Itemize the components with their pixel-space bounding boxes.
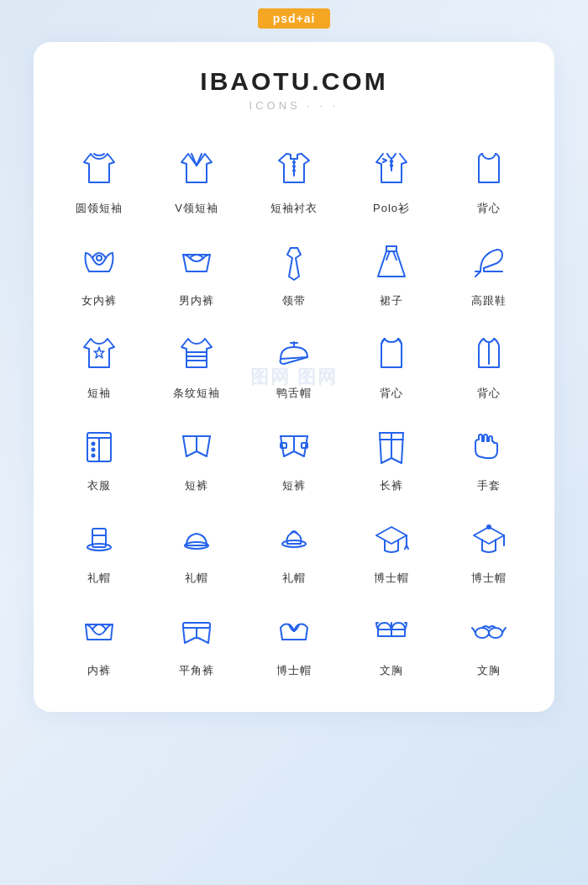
v-collar-tshirt-icon <box>171 144 222 194</box>
bowler-hat-icon <box>171 514 222 564</box>
icon-label: 长裤 <box>380 478 403 493</box>
grad-hat2-icon <box>464 514 514 564</box>
svg-marker-35 <box>376 527 407 544</box>
button-shirt-icon <box>74 421 124 471</box>
icon-item: 博士帽 <box>440 502 538 594</box>
icon-label: V领短袖 <box>175 201 218 216</box>
icon-item: 礼帽 <box>245 502 343 594</box>
icon-label: 礼帽 <box>87 571 111 586</box>
bikini-bottom-icon <box>269 606 319 656</box>
bra2-icon <box>464 606 514 656</box>
icon-label: 高跟鞋 <box>471 293 507 308</box>
icon-item: 男内裤 <box>148 224 245 317</box>
vest-icon <box>464 144 514 194</box>
icon-item: 短袖 <box>50 317 148 409</box>
svg-point-48 <box>489 628 502 638</box>
icon-label: 领带 <box>282 293 306 308</box>
icon-item: 条纹短袖 <box>148 317 245 409</box>
svg-line-38 <box>407 545 408 549</box>
icon-label: 博士帽 <box>374 571 409 586</box>
icon-label: 内裤 <box>87 663 111 678</box>
icon-label: 平角裤 <box>179 663 214 678</box>
icon-item: 礼帽 <box>50 502 148 594</box>
fedora-hat-icon <box>269 514 319 564</box>
svg-point-19 <box>92 449 95 451</box>
svg-point-20 <box>92 455 95 457</box>
icon-item: 背心 <box>343 317 440 409</box>
skirt-icon <box>366 236 417 287</box>
icon-item: 长裤 <box>343 409 440 502</box>
tank-top2-icon <box>464 329 514 379</box>
icon-item: 短袖衬衣 <box>245 132 343 224</box>
icon-item: 博士帽 <box>245 594 343 687</box>
icon-label: 圆领短袖 <box>76 201 123 216</box>
svg-point-6 <box>391 165 392 166</box>
icon-item: 高跟鞋 <box>440 224 538 317</box>
format-badge: psd+ai <box>258 8 331 29</box>
icon-item: 背心 <box>440 132 538 224</box>
boxers-icon <box>171 606 222 656</box>
icon-label: 手套 <box>477 478 501 493</box>
icon-item: 衣服 <box>50 409 148 502</box>
icon-item: 领带 <box>245 224 343 317</box>
icon-item: 手套 <box>440 409 538 502</box>
icon-label: 短裤 <box>282 478 306 493</box>
icon-label: 条纹短袖 <box>173 386 220 401</box>
icon-label: Polo衫 <box>373 201 410 216</box>
icon-label: 裙子 <box>380 293 403 308</box>
svg-marker-10 <box>94 347 104 358</box>
icon-item: 鸭舌帽 <box>245 317 343 409</box>
icon-item: 圆领短袖 <box>50 132 148 224</box>
icon-label: 礼帽 <box>185 571 208 586</box>
trousers-icon <box>366 421 417 471</box>
polo-shirt-icon <box>366 144 417 194</box>
icon-item: 裙子 <box>343 224 440 317</box>
cap-icon <box>269 329 319 379</box>
icon-label: 女内裤 <box>81 293 117 308</box>
svg-point-40 <box>487 525 491 529</box>
icon-item: 文胸 <box>343 594 440 687</box>
icon-label: 背心 <box>380 386 403 401</box>
shorts2-icon <box>269 421 319 471</box>
heels-icon <box>464 236 514 287</box>
icon-item: 短裤 <box>148 409 245 502</box>
icon-item: 平角裤 <box>148 594 245 687</box>
round-collar-tshirt-icon <box>74 144 124 194</box>
star-tshirt-icon <box>74 329 124 379</box>
tank-top1-icon <box>366 329 417 379</box>
grad-hat1-icon <box>366 514 417 564</box>
bra1-icon <box>366 606 417 656</box>
icon-label: 文胸 <box>477 663 501 678</box>
icon-label: 文胸 <box>380 663 403 678</box>
icons-grid: 圆领短袖 V领短袖 短袖衬衣 Polo衫 背心 <box>50 132 538 687</box>
svg-point-3 <box>293 170 295 171</box>
male-underwear-icon <box>171 236 222 287</box>
icon-label: 礼帽 <box>282 571 306 586</box>
tie-icon <box>269 236 319 287</box>
svg-rect-9 <box>386 246 396 251</box>
icon-item: 女内裤 <box>50 224 148 317</box>
icon-label: 博士帽 <box>471 571 507 586</box>
shorts1-icon <box>171 421 222 471</box>
icon-item: 背心 <box>440 317 538 409</box>
shirt-icon <box>269 144 319 194</box>
female-underwear-icon <box>74 236 124 287</box>
icon-item: Polo衫 <box>343 132 440 224</box>
icon-label: 男内裤 <box>179 293 214 308</box>
icon-item: 博士帽 <box>343 502 440 594</box>
briefs-icon <box>74 606 124 656</box>
icon-label: 衣服 <box>87 478 111 493</box>
icon-item: V领短袖 <box>148 132 245 224</box>
icon-label: 鸭舌帽 <box>276 386 312 401</box>
card-subtitle: ICONS · · · <box>50 99 538 112</box>
icon-label: 博士帽 <box>276 663 312 678</box>
icon-label: 短裤 <box>185 478 208 493</box>
svg-point-2 <box>293 166 295 167</box>
svg-point-47 <box>475 628 489 638</box>
glove-icon <box>464 421 514 471</box>
icon-item: 文胸 <box>440 594 538 687</box>
top-hat-icon <box>74 514 124 564</box>
striped-tshirt-icon <box>171 329 222 379</box>
icon-item: 内裤 <box>50 594 148 687</box>
icon-card: 图网 图网 IBAOTU.COM ICONS · · · 圆领短袖 V领短袖 短… <box>34 42 554 712</box>
